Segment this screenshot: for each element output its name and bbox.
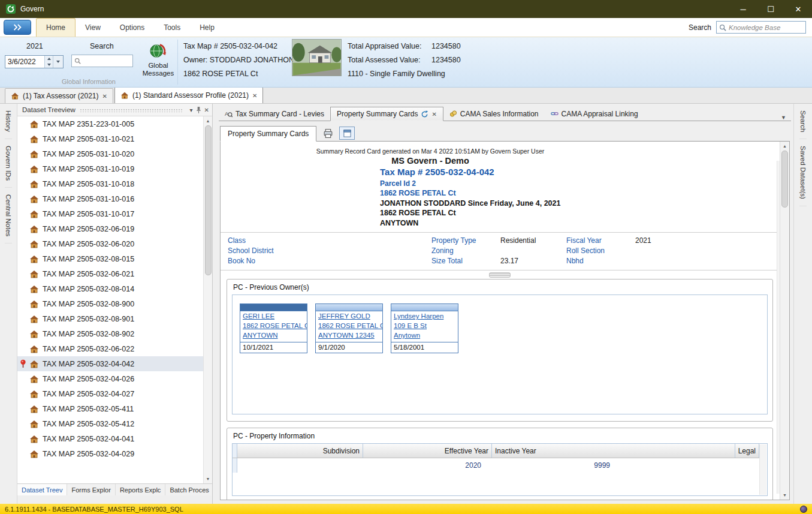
tree-item[interactable]: TAX MAP 2505-032-08-014 (17, 281, 203, 296)
tree-item[interactable]: TAX MAP 2505-032-06-021 (17, 266, 203, 281)
tree-item[interactable]: TAX MAP 2505-032-06-020 (17, 236, 203, 251)
previous-owner-card[interactable]: JEFFREY GOLD 1862 ROSE PETAL Ct ANYTOWN … (315, 303, 383, 353)
close-tab-icon[interactable]: ✕ (431, 111, 436, 118)
tree-scrollbar[interactable]: ▲ ▼ (203, 116, 212, 483)
rail-tab[interactable]: Saved Dataset(s) (799, 139, 807, 206)
tree-item[interactable]: TAX MAP 2505-032-04-027 (17, 386, 203, 401)
ribbon-search-input[interactable] (83, 58, 130, 65)
tree-item[interactable]: TAX MAP 2505-032-04-026 (17, 371, 203, 386)
field-label-size-total[interactable]: Size Total (431, 257, 500, 265)
column-header[interactable]: Legal (735, 444, 759, 458)
knowledge-base-search[interactable] (716, 21, 806, 34)
tree-item[interactable]: TAX MAP 2505-032-08-015 (17, 251, 203, 266)
tab-cama-appraisal-linking[interactable]: CAMA Appraisal Linking (545, 107, 644, 121)
splitter-handle[interactable] (489, 272, 511, 278)
field-label-book-no[interactable]: Book No (228, 257, 431, 265)
column-header[interactable]: Inactive Year (492, 444, 735, 458)
spin-up-button[interactable] (45, 56, 53, 62)
scroll-up-icon[interactable]: ▲ (204, 116, 212, 125)
tree-item[interactable]: TAX MAP 2505-032-06-019 (17, 221, 203, 236)
rail-tab[interactable]: Search (799, 104, 807, 139)
menu-tab[interactable]: Help (190, 18, 224, 37)
tax-map-link[interactable]: Tax Map # 2505-032-04-042 (380, 167, 640, 178)
field-label-roll-section[interactable]: Roll Section (566, 247, 635, 255)
menu-tab[interactable]: Home (36, 18, 76, 37)
maximize-button[interactable]: ☐ (757, 0, 784, 18)
owner-name-link[interactable]: Lyndsey Harpen (391, 311, 458, 321)
tree-item[interactable]: TAX MAP 2505-032-04-029 (17, 446, 203, 461)
owner-city-link[interactable]: ANYTOWN 12345 (316, 330, 382, 340)
rail-tab[interactable]: Govern IDs (5, 139, 12, 188)
scroll-down-icon[interactable]: ▼ (780, 491, 789, 500)
tree-item[interactable]: TAX MAP 2505-032-05-411 (17, 401, 203, 416)
owner-address-link[interactable]: 1862 ROSE PETAL Ct (316, 321, 382, 330)
owner-city-link[interactable]: Anytown (391, 330, 458, 340)
tab-cama-sales-information[interactable]: CAMA Sales Information (443, 107, 545, 121)
field-label-property-type[interactable]: Property Type (431, 236, 500, 245)
previous-owner-card[interactable]: Lyndsey Harpen 109 E B St Anytown 5/18/2… (391, 303, 458, 353)
panel-tab[interactable]: Batch Proces (165, 484, 213, 495)
tree-item[interactable]: TAX MAP 2505-032-08-901 (17, 311, 203, 326)
scrollbar-thumb[interactable] (205, 125, 212, 275)
menu-tab[interactable]: Tools (154, 18, 190, 37)
print-icon[interactable] (320, 127, 336, 140)
assessment-date-picker[interactable]: 3/6/2022 (5, 55, 64, 68)
owner-address-link[interactable]: 109 E B St (391, 321, 458, 330)
panel-tab[interactable]: Dataset Treev (17, 484, 67, 495)
rail-tab[interactable]: Central Notes (5, 188, 12, 244)
global-messages-button[interactable]: Global Messages (142, 40, 174, 82)
tree-item[interactable]: TAX MAP 2505-031-10-021 (17, 131, 203, 146)
tree-item[interactable]: TAX MAP 2505-032-04-041 (17, 431, 203, 446)
close-tab-icon[interactable]: ✕ (252, 92, 257, 99)
owner-name-link[interactable]: JEFFREY GOLD (316, 311, 382, 321)
tab-property-summary-cards[interactable]: Property Summary Cards ✕ (330, 107, 443, 121)
parcel-id-link[interactable]: Parcel Id 2 (380, 179, 640, 189)
field-label-class[interactable]: Class (228, 236, 431, 245)
owner-name-link[interactable]: GERI LEE (240, 311, 307, 321)
tree-item[interactable]: TAX MAP 2505-032-04-042 (17, 356, 203, 371)
menu-tab[interactable]: Options (110, 18, 154, 37)
row-selector[interactable] (233, 458, 237, 473)
tab-tax-summary-levies[interactable]: A Tax Summary Card - Levies (219, 107, 330, 121)
column-header[interactable]: Effective Year (363, 444, 492, 458)
tree-item[interactable]: TAX MAP 2505-031-10-019 (17, 161, 203, 176)
menu-tab[interactable]: View (76, 18, 110, 37)
owner-address-link[interactable]: 1862 ROSE PETAL Ct (240, 321, 307, 330)
table-row[interactable]: 2020 9999 (233, 458, 759, 473)
document-tab[interactable]: (1) Standard Assessor Profile (2021) ✕ (114, 87, 263, 103)
tree-item[interactable]: TAX MAP 2505-032-08-902 (17, 326, 203, 341)
close-button[interactable]: ✕ (784, 0, 812, 18)
panel-tab[interactable]: Forms Explor (67, 484, 115, 495)
situs-address-link[interactable]: 1862 ROSE PETAL Ct (380, 188, 640, 199)
document-tab[interactable]: (1) Tax Assessor (2021) ✕ (5, 88, 113, 103)
chevron-down-icon[interactable]: ▾ (190, 107, 193, 113)
inner-tab-property-summary-cards[interactable]: Property Summary Cards (220, 126, 316, 142)
field-label-fiscal-year[interactable]: Fiscal Year (566, 236, 635, 245)
field-label-nbhd[interactable]: Nbhd (566, 257, 635, 265)
application-menu-button[interactable] (4, 20, 31, 35)
close-icon[interactable]: ✕ (204, 107, 209, 113)
tree-item[interactable]: TAX MAP 2505-031-10-017 (17, 206, 203, 221)
tree-item[interactable]: TAX MAP 2351-223-01-005 (17, 116, 203, 131)
rail-tab[interactable]: History (5, 104, 12, 139)
tree-item[interactable]: TAX MAP 2505-032-08-900 (17, 296, 203, 311)
tree-item[interactable]: TAX MAP 2505-032-05-412 (17, 416, 203, 431)
refresh-icon[interactable] (421, 110, 428, 118)
scrollbar-thumb[interactable] (781, 151, 788, 208)
spin-down-button[interactable] (45, 62, 53, 68)
date-dropdown-button[interactable] (53, 56, 63, 68)
ribbon-search-box[interactable] (71, 55, 133, 67)
tree-item[interactable]: TAX MAP 2505-032-06-022 (17, 341, 203, 356)
scroll-down-icon[interactable]: ▼ (204, 474, 212, 483)
close-tab-icon[interactable]: ✕ (102, 93, 107, 100)
content-scrollbar[interactable]: ▲ ▼ (780, 142, 789, 500)
tree-item[interactable]: TAX MAP 2505-031-10-018 (17, 176, 203, 191)
previous-owner-card[interactable]: GERI LEE 1862 ROSE PETAL Ct ANYTOWN 10/1… (240, 303, 307, 353)
tree-item[interactable]: TAX MAP 2505-031-10-020 (17, 146, 203, 161)
kb-search-input[interactable] (729, 24, 803, 31)
pin-icon[interactable] (196, 106, 201, 114)
minimize-button[interactable]: ─ (729, 0, 757, 18)
field-label-zoning[interactable]: Zoning (431, 247, 500, 255)
scroll-up-icon[interactable]: ▲ (780, 142, 789, 151)
panel-tab[interactable]: Reports Explc (116, 484, 165, 495)
